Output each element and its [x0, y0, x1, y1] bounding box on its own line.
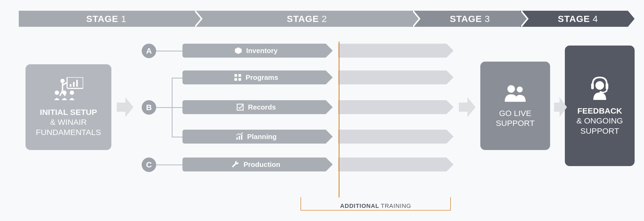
additional-training-divider: [339, 42, 339, 197]
module-records: Records: [182, 100, 333, 114]
svg-point-13: [595, 81, 604, 90]
svg-rect-0: [67, 77, 83, 88]
stage-4-header: STAGE 4: [520, 11, 628, 27]
svg-point-8: [507, 85, 515, 93]
svg-rect-21: [241, 135, 242, 140]
stage-4-title: FEEDBACK: [577, 106, 622, 115]
module-production: Production: [182, 158, 333, 171]
stage-3-line2: SUPPORT: [496, 119, 535, 128]
flow-arrow-icon: [459, 97, 475, 117]
box-icon: [234, 47, 242, 55]
stage-2-header: STAGE 2: [194, 11, 412, 27]
stage-1-title: INITIAL SETUP: [40, 108, 97, 117]
module-label: Programs: [246, 73, 278, 82]
svg-rect-17: [239, 78, 241, 81]
wrench-icon: [232, 160, 240, 168]
connector-line: [156, 164, 183, 165]
stage-header: STAGE 1 STAGE 2 STAGE 3 STAGE 4: [19, 11, 628, 27]
svg-point-7: [70, 91, 74, 95]
connector-line: [156, 107, 183, 108]
module-extension: [338, 100, 453, 114]
svg-point-5: [55, 91, 59, 95]
stage-4-card: FEEDBACK & ONGOING SUPPORT: [565, 46, 635, 166]
svg-rect-11: [606, 83, 608, 89]
svg-rect-14: [235, 74, 237, 77]
connector-line: [172, 78, 183, 78]
flow-arrow-icon: [117, 97, 133, 117]
svg-point-6: [62, 91, 67, 95]
svg-rect-3: [76, 80, 78, 87]
module-planning: Planning: [182, 130, 333, 144]
module-inventory: Inventory: [182, 44, 333, 58]
group-a-badge: A: [142, 44, 156, 58]
svg-rect-1: [70, 84, 71, 87]
training-icon: [54, 77, 83, 102]
svg-point-4: [60, 79, 65, 83]
stage-3-line1: GO LIVE: [499, 109, 531, 118]
module-label: Inventory: [246, 47, 277, 55]
group-b-badge: B: [142, 100, 156, 115]
module-extension: [338, 158, 453, 171]
svg-rect-20: [239, 136, 240, 140]
additional-training-label: ADDITIONALTRAINING: [301, 197, 451, 211]
svg-rect-19: [236, 137, 238, 140]
module-extension: [338, 70, 453, 84]
chart-up-icon: [235, 133, 243, 141]
connector-line: [172, 78, 173, 137]
stage-1-card: INITIAL SETUP & WINAIR FUNDAMENTALS: [25, 64, 111, 150]
svg-rect-16: [235, 78, 237, 81]
group-c-badge: C: [142, 158, 156, 172]
module-extension: [338, 44, 453, 58]
headset-icon: [589, 76, 610, 101]
module-programs: Programs: [182, 70, 333, 84]
module-label: Records: [248, 103, 276, 111]
stage-1-header: STAGE 1: [19, 11, 194, 27]
checkbox-icon: [236, 103, 244, 111]
stage-3-header: STAGE 3: [412, 11, 520, 27]
svg-rect-2: [73, 82, 75, 87]
connector-line: [172, 137, 183, 137]
svg-point-9: [517, 87, 523, 92]
connector-line: [156, 51, 183, 51]
svg-rect-10: [591, 83, 594, 89]
module-extension: [338, 130, 453, 144]
stage-4-line2: & ONGOING: [576, 116, 623, 125]
module-label: Planning: [247, 133, 277, 141]
stage-3-card: GO LIVE SUPPORT: [480, 62, 550, 150]
module-label: Production: [243, 160, 280, 169]
grid-icon: [234, 73, 242, 81]
stage-4-line3: SUPPORT: [580, 126, 619, 135]
svg-rect-15: [239, 74, 241, 77]
users-icon: [503, 84, 527, 103]
stage-1-line2: & WINAIR: [50, 118, 87, 126]
stage-1-line3: FUNDAMENTALS: [36, 128, 101, 137]
flow-arrow-icon: [552, 97, 569, 117]
